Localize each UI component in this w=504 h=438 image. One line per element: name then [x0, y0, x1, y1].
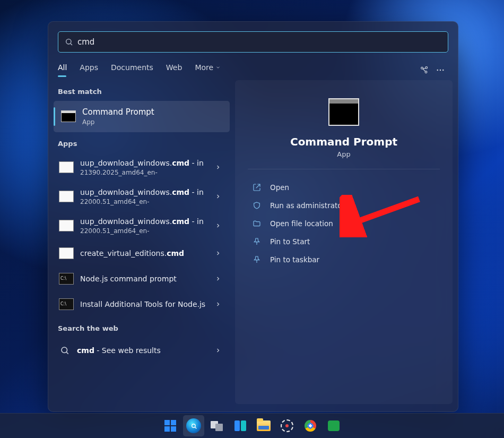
- web-search-result[interactable]: cmd - See web results: [54, 338, 230, 363]
- taskbar-start[interactable]: [160, 415, 181, 436]
- search-icon: [65, 38, 73, 46]
- svg-line-14: [195, 427, 196, 428]
- apps-result-item[interactable]: uup_download_windows.cmd - in22000.51_am…: [54, 182, 230, 211]
- taskbar-chrome[interactable]: [300, 415, 321, 436]
- taskbar-file-explorer[interactable]: [253, 415, 274, 436]
- filter-tab-more-label: More: [195, 63, 213, 72]
- shield-icon: [252, 201, 262, 210]
- apps-result-item[interactable]: C:\Install Additional Tools for Node.js: [54, 291, 230, 317]
- action-label: Pin to Start: [270, 237, 310, 246]
- node-cmd-icon: C:\: [59, 298, 74, 310]
- node-cmd-icon: C:\: [59, 273, 74, 285]
- svg-point-7: [442, 70, 444, 71]
- cmd-file-icon: [59, 191, 74, 202]
- svg-point-3: [425, 67, 428, 69]
- action-pin-start[interactable]: Pin to Start: [248, 233, 440, 250]
- result-text: uup_download_windows.cmd - in21390.2025_…: [80, 158, 207, 177]
- search-bar[interactable]: [58, 31, 448, 53]
- action-open[interactable]: Open: [248, 179, 440, 196]
- chat-icon: [328, 420, 340, 431]
- results-column: Best match Command Prompt App Apps uup_d…: [54, 80, 230, 404]
- chevron-right-icon: [214, 193, 222, 200]
- filter-tab-more[interactable]: More: [195, 63, 221, 77]
- task-view-icon: [210, 419, 224, 432]
- best-match-subtitle: App: [82, 118, 154, 126]
- search-input[interactable]: [77, 37, 441, 47]
- folder-icon: [252, 219, 262, 228]
- filter-tab-all[interactable]: All: [58, 63, 67, 77]
- pin-taskbar-icon: [252, 255, 262, 264]
- chevron-right-icon: [214, 164, 222, 170]
- svg-line-1: [71, 44, 72, 45]
- section-search-web: Search the web: [54, 317, 230, 338]
- folder-icon: [257, 420, 271, 431]
- start-search-panel: All Apps Documents Web More Best match C…: [48, 21, 458, 412]
- action-folder[interactable]: Open file location: [248, 215, 440, 232]
- command-prompt-hero-icon: [328, 98, 359, 126]
- chevron-down-icon: [215, 65, 221, 70]
- taskbar-widgets[interactable]: [230, 415, 251, 436]
- svg-point-13: [192, 424, 195, 427]
- more-options-icon[interactable]: [432, 62, 448, 78]
- detail-subtitle: App: [337, 150, 350, 158]
- cmd-file-icon: [59, 161, 74, 173]
- action-label: Pin to taskbar: [270, 255, 319, 264]
- action-pin-taskbar[interactable]: Pin to taskbar: [248, 251, 440, 268]
- windows-logo-icon: [164, 420, 176, 432]
- chevron-right-icon: [214, 222, 222, 229]
- chevron-right-icon: [214, 276, 222, 282]
- taskbar-chat[interactable]: [323, 415, 344, 436]
- chevron-right-icon: [214, 347, 222, 354]
- apps-result-item[interactable]: uup_download_windows.cmd - in21390.2025_…: [54, 153, 230, 182]
- svg-point-6: [440, 70, 441, 71]
- search-orb-icon: [186, 418, 201, 433]
- apps-result-item[interactable]: uup_download_windows.cmd - in22000.51_am…: [54, 211, 230, 241]
- action-label: Open file location: [270, 219, 333, 228]
- apps-result-item[interactable]: create_virtual_editions.cmd: [54, 241, 230, 266]
- filter-tab-apps[interactable]: Apps: [80, 63, 98, 77]
- svg-point-8: [62, 347, 67, 353]
- section-best-match: Best match: [54, 80, 230, 101]
- svg-point-5: [437, 70, 438, 71]
- section-apps: Apps: [54, 132, 230, 153]
- svg-point-2: [421, 67, 423, 69]
- recorder-icon: [281, 419, 293, 432]
- filter-tab-web[interactable]: Web: [166, 63, 183, 77]
- result-text: uup_download_windows.cmd - in22000.51_am…: [80, 187, 207, 206]
- action-label: Open: [270, 183, 289, 192]
- taskbar: [0, 413, 504, 438]
- cmd-file-icon: [59, 220, 74, 231]
- detail-pane: Command Prompt App OpenRun as administra…: [235, 80, 453, 404]
- taskbar-task-view[interactable]: [206, 415, 228, 436]
- widgets-icon: [234, 420, 246, 431]
- action-shield[interactable]: Run as administrator: [248, 197, 440, 214]
- best-match-title: Command Prompt: [82, 107, 154, 117]
- svg-rect-16: [215, 424, 223, 431]
- apps-result-item[interactable]: C:\Node.js command prompt: [54, 266, 230, 291]
- filter-tabs: All Apps Documents Web More: [58, 63, 221, 77]
- command-prompt-icon: [61, 110, 76, 122]
- result-text: uup_download_windows.cmd - in22000.51_am…: [80, 217, 207, 235]
- filter-row: All Apps Documents Web More: [48, 58, 458, 78]
- open-icon: [252, 183, 262, 192]
- svg-point-0: [66, 39, 71, 44]
- detail-title: Command Prompt: [290, 135, 397, 148]
- network-icon[interactable]: [416, 62, 432, 78]
- pin-start-icon: [252, 237, 262, 246]
- chevron-right-icon: [214, 250, 222, 256]
- chevron-right-icon: [214, 301, 222, 307]
- web-result-text: cmd - See web results: [77, 346, 207, 356]
- chrome-icon: [305, 420, 316, 432]
- taskbar-screen-recorder[interactable]: [276, 415, 298, 436]
- best-match-result[interactable]: Command Prompt App: [54, 101, 230, 132]
- result-text: Install Additional Tools for Node.js: [80, 299, 207, 310]
- result-text: Node.js command prompt: [80, 274, 207, 284]
- svg-line-9: [66, 352, 68, 354]
- action-label: Run as administrator: [270, 201, 345, 210]
- result-text: create_virtual_editions.cmd: [80, 248, 207, 259]
- search-icon: [59, 345, 71, 356]
- filter-tab-documents[interactable]: Documents: [111, 63, 153, 77]
- taskbar-search[interactable]: [183, 415, 204, 436]
- cmd-file-icon: [59, 247, 74, 259]
